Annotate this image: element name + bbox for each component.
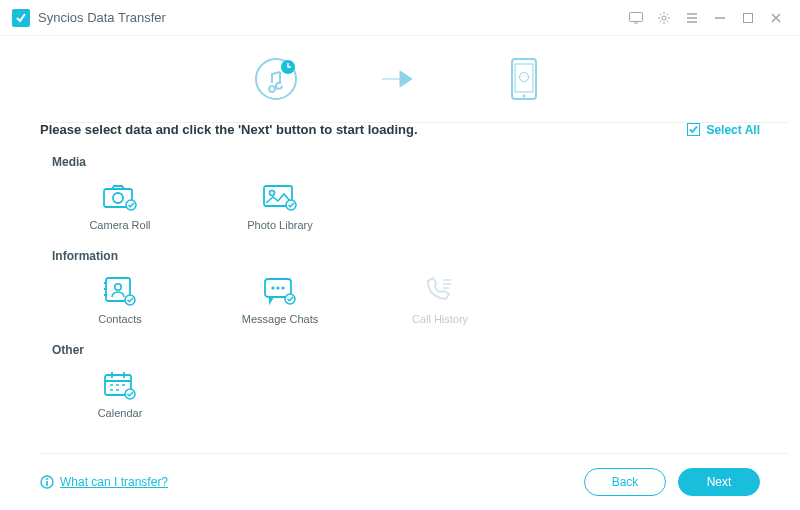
arrow-right-icon — [378, 57, 422, 101]
svg-point-9 — [521, 75, 522, 76]
svg-point-25 — [285, 294, 295, 304]
divider — [40, 122, 788, 123]
transfer-flow — [0, 36, 800, 112]
tile-camera-roll[interactable]: Camera Roll — [40, 177, 200, 231]
svg-point-23 — [276, 286, 279, 289]
svg-rect-2 — [744, 13, 753, 22]
svg-point-24 — [281, 286, 284, 289]
svg-point-1 — [662, 16, 666, 20]
close-button[interactable] — [764, 6, 788, 30]
section-label-media: Media — [52, 155, 760, 169]
svg-point-17 — [286, 200, 296, 210]
info-icon — [40, 475, 54, 489]
titlebar: Syncios Data Transfer — [0, 0, 800, 36]
menu-icon[interactable] — [680, 6, 704, 30]
gear-icon[interactable] — [652, 6, 676, 30]
tile-label: Message Chats — [200, 313, 360, 325]
tile-label: Call History — [360, 313, 520, 325]
svg-point-13 — [113, 193, 123, 203]
footer: What can I transfer? Back Next — [0, 454, 800, 510]
select-all-checkbox-icon — [687, 123, 700, 136]
help-label: What can I transfer? — [60, 475, 168, 489]
section-label-other: Other — [52, 343, 760, 357]
back-label: Back — [612, 475, 639, 489]
contacts-icon — [40, 275, 200, 307]
camera-icon — [40, 181, 200, 213]
app-title: Syncios Data Transfer — [38, 10, 166, 25]
source-device-icon — [254, 57, 298, 101]
tile-label: Calendar — [40, 407, 200, 419]
help-link[interactable]: What can I transfer? — [40, 475, 168, 489]
next-button[interactable]: Next — [678, 468, 760, 496]
fullscreen-icon[interactable] — [624, 6, 648, 30]
section-label-information: Information — [52, 249, 760, 263]
tile-message-chats[interactable]: Message Chats — [200, 271, 360, 325]
svg-rect-6 — [515, 64, 533, 92]
tile-label: Contacts — [40, 313, 200, 325]
target-device-icon — [502, 57, 546, 101]
svg-rect-5 — [512, 59, 536, 99]
svg-point-27 — [125, 389, 135, 399]
tile-call-history: Call History — [360, 271, 520, 325]
svg-point-29 — [46, 478, 48, 480]
photo-icon — [200, 181, 360, 213]
minimize-button[interactable] — [708, 6, 732, 30]
calendar-icon — [40, 369, 200, 401]
svg-point-8 — [520, 73, 529, 82]
instruction-text: Please select data and click the 'Next' … — [40, 122, 418, 137]
maximize-button[interactable] — [736, 6, 760, 30]
svg-point-16 — [270, 191, 275, 196]
content-area: Please select data and click the 'Next' … — [0, 112, 800, 419]
tile-calendar[interactable]: Calendar — [40, 365, 200, 419]
next-label: Next — [707, 475, 732, 489]
select-all-toggle[interactable]: Select All — [687, 123, 760, 137]
app-logo-icon — [12, 9, 30, 27]
message-icon — [200, 275, 360, 307]
tile-label: Photo Library — [200, 219, 360, 231]
svg-point-20 — [125, 295, 135, 305]
svg-point-14 — [126, 200, 136, 210]
svg-point-19 — [115, 284, 121, 290]
svg-point-7 — [523, 95, 526, 98]
svg-point-10 — [525, 75, 526, 76]
svg-rect-30 — [46, 481, 48, 486]
tile-contacts[interactable]: Contacts — [40, 271, 200, 325]
svg-point-22 — [271, 286, 274, 289]
back-button[interactable]: Back — [584, 468, 666, 496]
tile-label: Camera Roll — [40, 219, 200, 231]
svg-rect-0 — [630, 12, 643, 21]
select-all-label: Select All — [706, 123, 760, 137]
callhistory-icon — [360, 275, 520, 307]
tile-photo-library[interactable]: Photo Library — [200, 177, 360, 231]
